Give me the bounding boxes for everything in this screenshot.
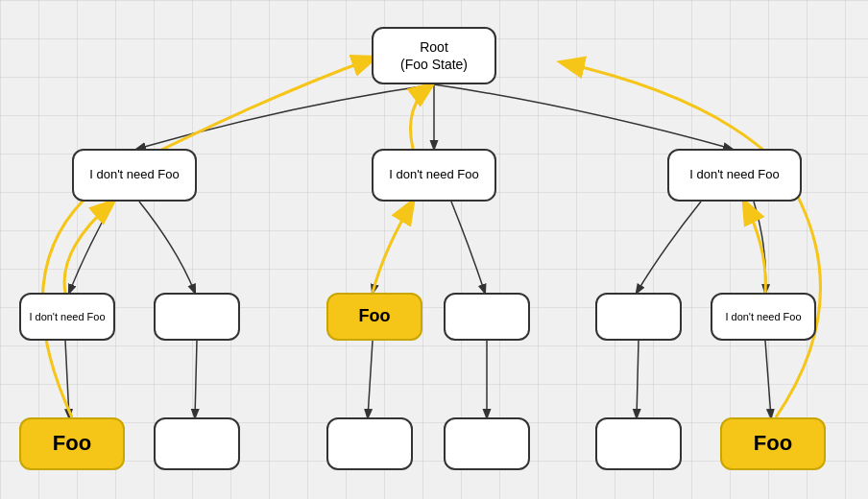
l2-left-node: I don't need Foo <box>72 149 197 202</box>
l3-5-node <box>595 293 682 341</box>
l3-6-node: I don't need Foo <box>711 293 816 341</box>
l2-center-label: I don't need Foo <box>389 167 479 183</box>
l4-6-label: Foo <box>754 430 792 458</box>
l4-2-node <box>154 417 240 470</box>
l4-3-node <box>326 417 413 470</box>
l4-1-node: Foo <box>19 417 125 470</box>
l2-right-label: I don't need Foo <box>689 167 780 183</box>
l3-4-node <box>444 293 530 341</box>
l3-2-node <box>154 293 240 341</box>
diagram: Root(Foo State) I don't need Foo I don't… <box>0 0 868 499</box>
l4-5-node <box>595 417 682 470</box>
l4-1-label: Foo <box>53 430 91 458</box>
root-node: Root(Foo State) <box>372 27 496 84</box>
l3-1-label: I don't need Foo <box>29 310 105 323</box>
l2-right-node: I don't need Foo <box>667 149 802 202</box>
l2-center-node: I don't need Foo <box>372 149 496 202</box>
root-label: Root(Foo State) <box>400 38 468 73</box>
l4-6-node: Foo <box>720 417 826 470</box>
l2-left-label: I don't need Foo <box>89 167 180 183</box>
l3-6-label: I don't need Foo <box>725 310 801 323</box>
l3-3-node: Foo <box>326 293 422 341</box>
l4-4-node <box>444 417 530 470</box>
l3-3-label: Foo <box>359 305 391 327</box>
l3-1-node: I don't need Foo <box>19 293 115 341</box>
